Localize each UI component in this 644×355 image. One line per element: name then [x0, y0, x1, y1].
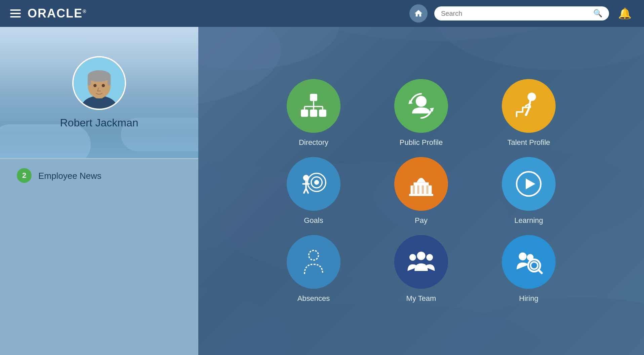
tile-learning[interactable]: Learning: [485, 157, 572, 225]
tile-label-hiring: Hiring: [519, 294, 538, 303]
right-panel: Directory Public Profile: [198, 27, 644, 355]
svg-rect-16: [88, 76, 91, 86]
tile-circle-hiring: [502, 235, 556, 289]
tile-public-profile[interactable]: Public Profile: [377, 79, 465, 147]
svg-point-49: [426, 254, 433, 261]
tile-label-public-profile: Public Profile: [400, 138, 443, 147]
user-name: Robert Jackman: [60, 117, 138, 129]
avatar-image: [74, 56, 125, 110]
svg-point-53: [530, 262, 538, 269]
learning-icon: [514, 169, 544, 199]
news-label: Employee News: [38, 168, 102, 181]
oracle-logo: ORACLE®: [28, 6, 87, 21]
svg-rect-22: [310, 110, 317, 117]
svg-rect-17: [108, 76, 111, 86]
svg-point-48: [409, 254, 416, 261]
left-panel: Robert Jackman 2 Employee News: [0, 27, 198, 355]
tile-my-team[interactable]: My Team: [377, 235, 465, 303]
tile-circle-absences: [287, 235, 340, 289]
tile-label-my-team: My Team: [406, 294, 436, 303]
avatar-container: [72, 56, 126, 110]
tile-label-absences: Absences: [297, 294, 330, 303]
pay-icon: [406, 169, 436, 199]
search-icon[interactable]: 🔍: [593, 9, 602, 18]
svg-marker-45: [526, 179, 535, 189]
tile-talent-profile[interactable]: Talent Profile: [485, 79, 572, 147]
search-input[interactable]: [441, 10, 593, 17]
tile-circle-pay: [394, 157, 448, 211]
tile-pay[interactable]: Pay: [377, 157, 465, 225]
header-right: 🔍 🔔: [409, 4, 634, 23]
main-content: Robert Jackman 2 Employee News: [0, 27, 644, 355]
hamburger-menu-button[interactable]: [10, 9, 21, 17]
oracle-logo-sup: ®: [83, 9, 87, 14]
header: ORACLE® 🔍 🔔: [0, 0, 644, 27]
tile-circle-public-profile: [394, 79, 448, 133]
svg-point-46: [309, 250, 319, 260]
bell-icon: 🔔: [618, 7, 632, 20]
tile-label-learning: Learning: [514, 216, 543, 225]
tile-circle-directory: [287, 79, 340, 133]
tile-label-directory: Directory: [299, 138, 328, 147]
header-left: ORACLE®: [10, 6, 87, 21]
home-icon: [414, 9, 423, 18]
tile-label-talent-profile: Talent Profile: [507, 138, 550, 147]
svg-rect-39: [413, 186, 415, 195]
talent-profile-icon: [514, 91, 544, 121]
news-badge: 2: [17, 168, 32, 183]
svg-point-18: [93, 84, 97, 87]
avatar: [72, 56, 126, 110]
directory-icon: [298, 91, 329, 121]
my-team-icon: [406, 247, 436, 277]
svg-point-19: [102, 84, 105, 87]
tile-goals[interactable]: Goals: [270, 157, 357, 225]
tile-label-pay: Pay: [415, 216, 428, 225]
tile-circle-my-team: [394, 235, 448, 289]
svg-rect-43: [409, 194, 433, 196]
svg-rect-41: [422, 186, 424, 195]
svg-rect-20: [310, 94, 317, 101]
absences-icon: [298, 247, 329, 277]
svg-point-35: [314, 180, 319, 185]
public-profile-icon: [406, 91, 436, 121]
tile-hiring[interactable]: Hiring: [485, 235, 572, 303]
svg-rect-23: [319, 110, 326, 117]
notification-button[interactable]: 🔔: [616, 4, 634, 23]
svg-line-54: [538, 270, 542, 273]
svg-rect-40: [417, 186, 419, 195]
svg-point-15: [88, 70, 111, 82]
svg-point-50: [519, 252, 526, 260]
svg-point-47: [417, 251, 425, 260]
svg-point-32: [527, 92, 536, 101]
goals-icon: [298, 169, 329, 199]
svg-rect-42: [426, 186, 428, 195]
tile-circle-learning: [502, 157, 556, 211]
svg-point-36: [303, 175, 309, 181]
svg-rect-21: [301, 110, 308, 117]
profile-cloud-1: [0, 124, 91, 158]
svg-point-29: [416, 96, 427, 107]
home-button[interactable]: [409, 4, 428, 23]
news-section[interactable]: 2 Employee News: [0, 158, 198, 355]
tile-absences[interactable]: Absences: [270, 235, 357, 303]
tile-circle-goals: [287, 157, 340, 211]
profile-section: Robert Jackman: [0, 27, 198, 158]
tile-directory[interactable]: Directory: [270, 79, 357, 147]
hiring-icon: [514, 247, 544, 277]
tiles-grid: Directory Public Profile: [270, 79, 572, 303]
search-container: 🔍: [434, 6, 609, 21]
tile-label-goals: Goals: [304, 216, 323, 225]
tile-circle-talent-profile: [502, 79, 556, 133]
